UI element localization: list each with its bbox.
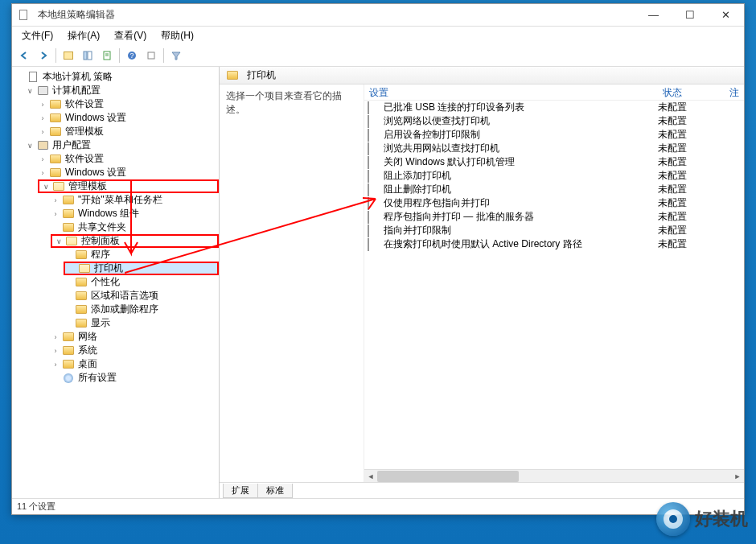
expander-icon[interactable]: ›: [51, 360, 60, 369]
tree-windows-settings-2[interactable]: › Windows 设置: [12, 166, 219, 179]
tree-network[interactable]: › 网络: [12, 330, 219, 344]
tree-system[interactable]: › 系统: [12, 344, 219, 357]
menu-help[interactable]: 帮助(H): [154, 27, 200, 44]
maximize-button[interactable]: ☐: [672, 4, 708, 27]
setting-name: 已批准 USB 连接的打印设备列表: [384, 101, 658, 114]
tree-control-panel[interactable]: ∨ 控制面板: [51, 234, 219, 248]
filter-button[interactable]: [167, 47, 185, 64]
back-button[interactable]: [15, 47, 33, 64]
tree-pane[interactable]: 本地计算机 策略 ∨ 计算机配置 › 软件设置 › Windows 设置 › 管…: [12, 67, 220, 498]
setting-row[interactable]: 浏览网络以便查找打印机未配置: [364, 114, 744, 128]
help-button[interactable]: ?: [123, 47, 141, 64]
tree-admin-templates-2[interactable]: ∨ 管理模板: [38, 179, 219, 193]
tree-display[interactable]: 显示: [12, 316, 219, 330]
scroll-thumb[interactable]: [377, 471, 519, 482]
scroll-right-button[interactable]: ►: [731, 471, 744, 482]
forward-button[interactable]: [35, 47, 52, 64]
export-button[interactable]: [98, 47, 116, 64]
tree-label: Windows 设置: [65, 166, 126, 179]
setting-row[interactable]: 已批准 USB 连接的打印设备列表未配置: [364, 101, 744, 114]
expander-icon[interactable]: ›: [38, 127, 47, 137]
tree-admin-templates-1[interactable]: › 管理模板: [12, 125, 219, 138]
policy-item-icon: [368, 184, 380, 196]
col-header-status[interactable]: 状态: [658, 84, 726, 100]
menu-action[interactable]: 操作(A): [61, 27, 106, 44]
expander-icon[interactable]: ∨: [25, 141, 35, 150]
scroll-left-button[interactable]: ◄: [364, 471, 377, 482]
tree-all-settings[interactable]: 所有设置: [12, 371, 219, 385]
expander-icon[interactable]: [15, 72, 25, 82]
setting-row[interactable]: 阻止添加打印机未配置: [364, 169, 744, 183]
setting-row[interactable]: 启用设备控制打印限制未配置: [364, 128, 744, 142]
settings-list[interactable]: 已批准 USB 连接的打印设备列表未配置浏览网络以便查找打印机未配置启用设备控制…: [364, 101, 744, 469]
expander-icon[interactable]: [64, 250, 73, 260]
horizontal-scrollbar[interactable]: ◄ ►: [364, 469, 744, 482]
setting-row[interactable]: 在搜索打印机时使用默认 Active Directory 路径未配置: [364, 237, 744, 251]
menu-view[interactable]: 查看(V): [108, 27, 153, 44]
expander-icon[interactable]: ›: [38, 168, 47, 178]
tree-label: "开始"菜单和任务栏: [78, 193, 162, 207]
tree-programs[interactable]: 程序: [12, 248, 219, 262]
close-button[interactable]: ✕: [708, 4, 744, 27]
col-header-setting[interactable]: 设置: [364, 84, 658, 100]
expander-icon[interactable]: ›: [38, 155, 47, 164]
expander-icon[interactable]: [67, 264, 76, 274]
tree-software-settings-2[interactable]: › 软件设置: [12, 152, 219, 166]
col-header-note[interactable]: 注: [726, 84, 744, 100]
expander-icon[interactable]: ›: [51, 332, 60, 342]
tree-windows-components[interactable]: › Windows 组件: [12, 207, 219, 220]
highlight-admin-templates: ∨ 管理模板: [12, 179, 219, 193]
expander-icon[interactable]: ∨: [25, 86, 35, 96]
tree-user-config[interactable]: ∨ 用户配置: [12, 138, 219, 152]
properties-button[interactable]: [142, 47, 160, 64]
setting-row[interactable]: 仅使用程序包指向并打印未配置: [364, 196, 744, 210]
tree-add-remove[interactable]: 添加或删除程序: [12, 303, 219, 316]
expander-icon[interactable]: ›: [51, 196, 60, 205]
setting-row[interactable]: 浏览共用网站以查找打印机未配置: [364, 142, 744, 155]
setting-row[interactable]: 指向并打印限制未配置: [364, 224, 744, 237]
tree-printers[interactable]: 打印机: [64, 262, 219, 275]
right-body: 选择一个项目来查看它的描述。 设置 状态 注 已批准 USB 连接的打印设备列表…: [220, 84, 744, 482]
menu-file[interactable]: 文件(F): [15, 27, 60, 44]
right-header-title: 打印机: [247, 68, 276, 82]
tab-extended[interactable]: 扩展: [223, 484, 258, 498]
expander-icon[interactable]: ›: [51, 209, 60, 219]
show-hide-tree-button[interactable]: [79, 47, 97, 64]
expander-icon[interactable]: ∨: [54, 237, 64, 246]
expander-icon[interactable]: [64, 319, 73, 328]
policy-item-icon: [368, 225, 380, 237]
setting-name: 关闭 Windows 默认打印机管理: [384, 155, 658, 169]
setting-row[interactable]: 程序包指向并打印 — 批准的服务器未配置: [364, 210, 744, 224]
setting-row[interactable]: 关闭 Windows 默认打印机管理未配置: [364, 155, 744, 169]
setting-status: 未配置: [658, 101, 726, 114]
tree-desktop[interactable]: › 桌面: [12, 357, 219, 371]
up-button[interactable]: [60, 47, 77, 64]
policy-item-icon: [368, 116, 380, 127]
expander-icon[interactable]: ›: [38, 113, 47, 123]
setting-status: 未配置: [658, 183, 726, 196]
expander-icon[interactable]: ∨: [41, 182, 51, 192]
folder-icon: [62, 359, 75, 370]
description-column: 选择一个项目来查看它的描述。: [220, 84, 364, 482]
tab-standard[interactable]: 标准: [257, 484, 293, 498]
tree-start-taskbar[interactable]: › "开始"菜单和任务栏: [12, 193, 219, 207]
tree-computer-config[interactable]: ∨ 计算机配置: [12, 84, 219, 97]
tree-software-settings-1[interactable]: › 软件设置: [12, 97, 219, 111]
tree-root[interactable]: 本地计算机 策略: [12, 70, 219, 84]
tree-shared-folders[interactable]: 共享文件夹: [12, 220, 219, 234]
tree-windows-settings-1[interactable]: › Windows 设置: [12, 111, 219, 125]
expander-icon[interactable]: ›: [38, 100, 47, 109]
expander-icon[interactable]: [64, 291, 73, 301]
setting-row[interactable]: 阻止删除打印机未配置: [364, 183, 744, 196]
setting-status: 未配置: [658, 128, 726, 142]
folder-icon: [75, 304, 88, 315]
expander-icon[interactable]: [64, 278, 73, 287]
tree-personalization[interactable]: 个性化: [12, 275, 219, 289]
tree-region-lang[interactable]: 区域和语言选项: [12, 289, 219, 303]
expander-icon[interactable]: [64, 305, 73, 315]
expander-icon[interactable]: [51, 373, 60, 383]
expander-icon[interactable]: ›: [51, 346, 60, 356]
minimize-button[interactable]: —: [635, 4, 672, 27]
scroll-track[interactable]: [377, 471, 731, 482]
expander-icon[interactable]: [51, 223, 60, 233]
